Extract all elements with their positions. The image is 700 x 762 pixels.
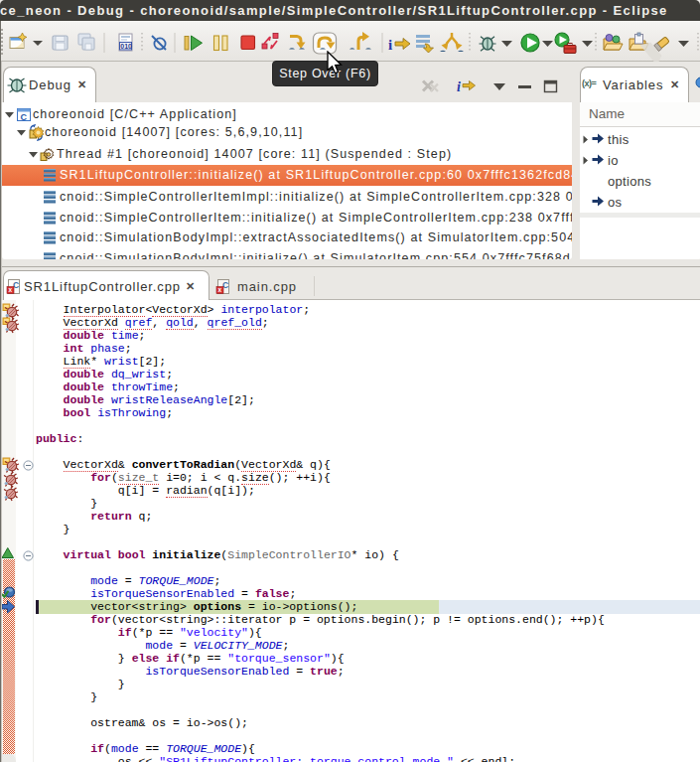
- svg-text:x: x: [217, 286, 221, 293]
- svg-text:i: i: [388, 37, 392, 53]
- svg-text:010: 010: [120, 43, 132, 50]
- svg-text:i: i: [457, 79, 461, 94]
- svg-text:C: C: [21, 111, 29, 121]
- svg-text:x: x: [8, 286, 12, 293]
